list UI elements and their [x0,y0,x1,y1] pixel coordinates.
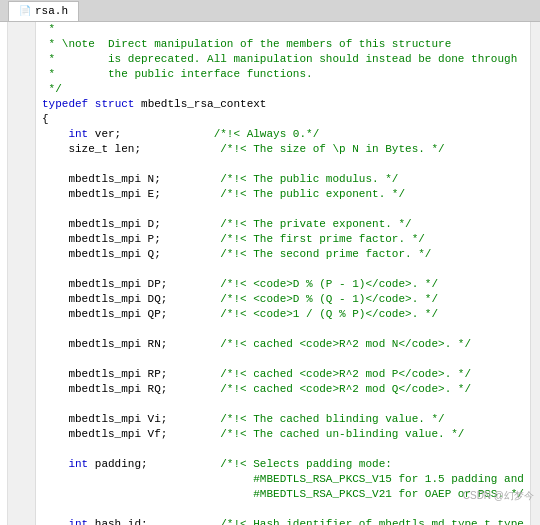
code-line: int padding; /*!< Selects padding mode: [42,457,524,472]
code-area: * * \note Direct manipulation of the mem… [0,22,540,525]
code-line: * \note Direct manipulation of the membe… [42,37,524,52]
code-line [42,322,524,337]
code-line [42,397,524,412]
code-line: * is deprecated. All manipulation should… [42,52,524,67]
code-line: mbedtls_mpi RP; /*!< cached <code>R^2 mo… [42,367,524,382]
code-line: mbedtls_mpi D; /*!< The private exponent… [42,217,524,232]
code-line: mbedtls_mpi RQ; /*!< cached <code>R^2 mo… [42,382,524,397]
file-icon: 📄 [19,5,31,17]
code-line [42,442,524,457]
code-line: mbedtls_mpi DP; /*!< <code>D % (P - 1)</… [42,277,524,292]
code-line [42,157,524,172]
code-line: #MBEDTLS_RSA_PKCS_V21 for OAEP or PSS. *… [42,487,524,502]
code-line [42,352,524,367]
code-line: * [42,22,524,37]
code-line: */ [42,82,524,97]
code-line: mbedtls_mpi RN; /*!< cached <code>R^2 mo… [42,337,524,352]
code-line: #MBEDTLS_RSA_PKCS_V15 for 1.5 padding an… [42,472,524,487]
code-line [42,202,524,217]
code-line: int ver; /*!< Always 0.*/ [42,127,524,142]
code-line: mbedtls_mpi Q; /*!< The second prime fac… [42,247,524,262]
editor-container: 📄 rsa.h [0,0,540,525]
code-line: mbedtls_mpi Vf; /*!< The cached un-blind… [42,427,524,442]
code-line [42,502,524,517]
scrollbar[interactable] [530,22,540,525]
file-tab[interactable]: 📄 rsa.h [8,1,79,21]
code-line: mbedtls_mpi QP; /*!< <code>1 / (Q % P)</… [42,307,524,322]
tab-bar: 📄 rsa.h [0,0,540,22]
code-line: mbedtls_mpi N; /*!< The public modulus. … [42,172,524,187]
code-line: mbedtls_mpi P; /*!< The first prime fact… [42,232,524,247]
code-line: int hash_id; /*!< Hash identifier of mbe… [42,517,524,525]
code-line: typedef struct mbedtls_rsa_context [42,97,524,112]
tab-label: rsa.h [35,5,68,17]
code-line: mbedtls_mpi E; /*!< The public exponent.… [42,187,524,202]
left-margin [0,22,8,525]
code-line: mbedtls_mpi Vi; /*!< The cached blinding… [42,412,524,427]
code-line: * the public interface functions. [42,67,524,82]
code-line [42,262,524,277]
code-content[interactable]: * * \note Direct manipulation of the mem… [36,22,530,525]
code-line: size_t len; /*!< The size of \p N in Byt… [42,142,524,157]
code-line: mbedtls_mpi DQ; /*!< <code>D % (Q - 1)</… [42,292,524,307]
line-numbers [8,22,36,525]
code-line: { [42,112,524,127]
